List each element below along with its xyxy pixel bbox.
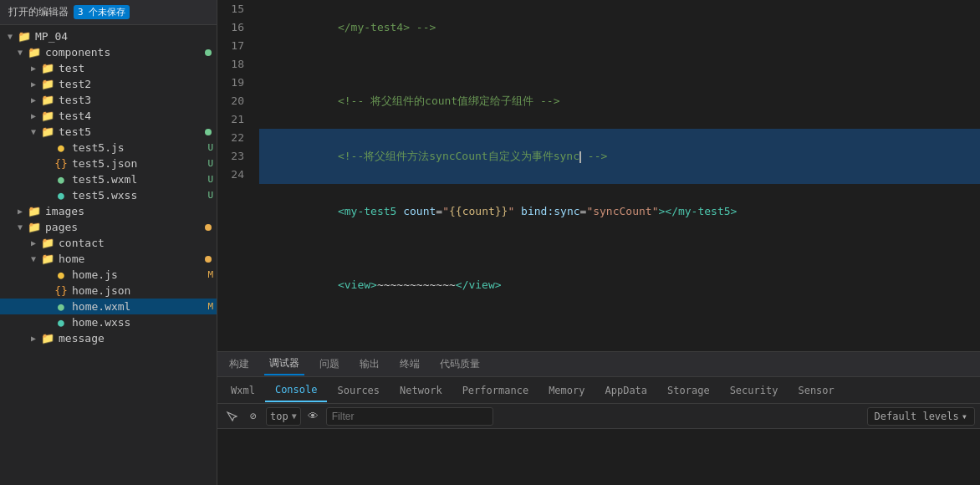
arrow-icon: ▶ — [27, 79, 40, 89]
badge-m: M — [207, 269, 213, 280]
tree-item-test[interactable]: ▶ 📁 test — [0, 60, 217, 76]
default-levels-btn[interactable]: Default levels ▾ — [867, 407, 975, 426]
devtools-tab-appdata[interactable]: AppData — [595, 380, 657, 401]
folder-icon: 📁 — [27, 46, 42, 59]
tree-item-pages[interactable]: ▼ 📁 pages — [0, 219, 217, 235]
tree-item-test2[interactable]: ▶ 📁 test2 — [0, 76, 217, 92]
devtools-tab-sensor[interactable]: Sensor — [788, 380, 844, 401]
item-label-images: images — [45, 205, 217, 217]
line-num-22: 22 — [217, 129, 244, 147]
devtools-tab-memory[interactable]: Memory — [538, 380, 595, 401]
folder-icon: 📁 — [40, 237, 55, 249]
item-label-test2: test2 — [59, 78, 217, 90]
tab-quality[interactable]: 代码质量 — [435, 354, 485, 375]
unsaved-badge: 3 个未保存 — [74, 5, 130, 19]
arrow-icon: ▼ — [27, 254, 40, 263]
item-label-home: home — [59, 253, 205, 265]
context-select-group[interactable]: top ▼ — [266, 407, 301, 426]
tree-item-test5[interactable]: ▼ 📁 test5 — [0, 124, 217, 140]
sidebar-content: ▼ 📁 MP_04 ▼ 📁 components ▶ 📁 test ▶ 📁 — [0, 25, 217, 485]
code-line-17: <!-- 将父组件的count值绑定给子组件 --> — [259, 74, 980, 129]
code-line-19: <my-test5 count="{{count}}" bind:sync="s… — [259, 184, 980, 239]
arrow-icon: ▶ — [13, 207, 27, 216]
bottom-tabs-row: 构建 调试器 问题 输出 终端 代码质量 — [217, 352, 980, 377]
tree-item-test4[interactable]: ▶ 📁 test4 — [0, 108, 217, 124]
item-label-test: test — [59, 62, 217, 74]
folder-icon: 📁 — [40, 332, 55, 345]
tree-item-test5wxss[interactable]: ● test5.wxss U — [0, 187, 217, 203]
devtools-tab-security[interactable]: Security — [720, 380, 789, 401]
item-label-test5js: test5.js — [72, 141, 207, 154]
tab-build[interactable]: 构建 — [224, 354, 254, 375]
tab-output[interactable]: 输出 — [355, 354, 385, 375]
tab-terminal[interactable]: 终端 — [395, 354, 425, 375]
arrow-icon: ▼ — [27, 127, 40, 136]
badge-u: U — [207, 158, 213, 169]
inspect-icon[interactable] — [222, 407, 241, 426]
folder-icon: 📁 — [40, 253, 55, 265]
tree-item-homejs[interactable]: ● home.js M — [0, 267, 217, 283]
tree-item-test5wxml[interactable]: ● test5.wxml U — [0, 171, 217, 187]
arrow-icon: ▶ — [27, 95, 40, 105]
line-num-23: 23 — [217, 147, 244, 166]
wxml-file-icon: ● — [54, 173, 69, 186]
line-num-19: 19 — [217, 74, 244, 92]
item-label-homewxss: home.wxss — [72, 316, 217, 329]
code-line-20 — [259, 239, 980, 258]
eye-icon[interactable]: 👁 — [304, 407, 323, 426]
tree-item-homewxss[interactable]: ● home.wxss — [0, 314, 217, 330]
bottom-panel: 构建 调试器 问题 输出 终端 代码质量 Wxml Console Source… — [217, 351, 980, 485]
folder-icon: 📁 — [27, 221, 42, 233]
code-container: 15 16 17 18 19 20 21 22 23 24 </my-test4… — [217, 0, 980, 351]
status-dot — [205, 129, 212, 135]
item-label-test5: test5 — [59, 125, 205, 138]
item-label-components: components — [45, 46, 205, 59]
arrow-icon: ▶ — [27, 64, 40, 73]
app-container: 打开的编辑器 3 个未保存 ▼ 📁 MP_04 ▼ 📁 components ▶… — [0, 0, 980, 485]
devtools-tab-console[interactable]: Console — [265, 379, 328, 402]
tab-debug[interactable]: 调试器 — [264, 353, 304, 375]
item-label-test5wxss: test5.wxss — [72, 189, 207, 202]
tree-item-home[interactable]: ▼ 📁 home — [0, 251, 217, 267]
item-label-homejson: home.json — [72, 284, 217, 297]
devtools-tab-wxml[interactable]: Wxml — [221, 380, 265, 401]
line-num-20: 20 — [217, 92, 244, 110]
tree-item-homejson[interactable]: {} home.json — [0, 283, 217, 299]
devtools-tab-sources[interactable]: Sources — [327, 380, 390, 401]
code-line-15: </my-test4> --> — [259, 0, 980, 55]
main-area: 15 16 17 18 19 20 21 22 23 24 </my-test4… — [217, 0, 980, 485]
tree-item-components[interactable]: ▼ 📁 components — [0, 44, 217, 60]
code-content: </my-test4> --> <!-- 将父组件的count值绑定给子组件 -… — [251, 0, 980, 351]
line-num-18: 18 — [217, 55, 244, 74]
wxss-file-icon: ● — [54, 316, 69, 329]
tree-item-homewxml[interactable]: ● home.wxml M — [0, 299, 217, 314]
item-label-homewxml: home.wxml — [72, 300, 207, 313]
code-line-22 — [259, 313, 980, 331]
context-dropdown-icon: ▼ — [292, 411, 297, 421]
code-line-21: <view>~~~~~~~~~~~~</view> — [259, 258, 980, 313]
line-num-16: 16 — [217, 18, 244, 37]
folder-icon: 📁 — [17, 30, 32, 43]
filter-input[interactable] — [326, 407, 493, 426]
editor-area[interactable]: 15 16 17 18 19 20 21 22 23 24 </my-test4… — [217, 0, 980, 351]
tab-problems[interactable]: 问题 — [314, 354, 345, 375]
levels-arrow-icon: ▾ — [962, 411, 967, 422]
sidebar-header: 打开的编辑器 3 个未保存 — [0, 0, 217, 25]
tree-item-contact[interactable]: ▶ 📁 contact — [0, 235, 217, 251]
tree-item-message[interactable]: ▶ 📁 message — [0, 330, 217, 346]
devtools-tab-network[interactable]: Network — [390, 380, 452, 401]
code-line-23: <view>父组件中，count值是：{{count}}</view> — [259, 331, 980, 351]
devtools-tab-performance[interactable]: Performance — [452, 380, 538, 401]
tree-item-test5js[interactable]: ● test5.js U — [0, 140, 217, 156]
arrow-icon: ▼ — [13, 48, 27, 57]
tree-item-images[interactable]: ▶ 📁 images — [0, 203, 217, 219]
folder-icon: 📁 — [27, 205, 42, 217]
tree-root-mp04[interactable]: ▼ 📁 MP_04 — [0, 28, 217, 44]
json-file-icon: {} — [54, 157, 69, 170]
tree-item-test3[interactable]: ▶ 📁 test3 — [0, 92, 217, 108]
line-num-24: 24 — [217, 166, 244, 184]
block-icon[interactable]: ⊘ — [244, 407, 263, 426]
tree-item-test5json[interactable]: {} test5.json U — [0, 156, 217, 171]
item-label-test4: test4 — [59, 110, 217, 122]
devtools-tab-storage[interactable]: Storage — [657, 380, 720, 401]
